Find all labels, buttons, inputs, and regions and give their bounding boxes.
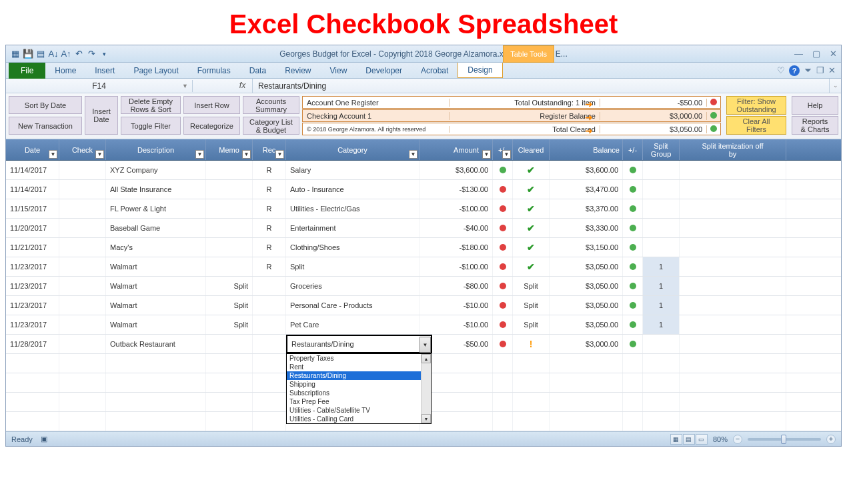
col-rec[interactable]: Rec▼ <box>253 139 286 160</box>
calc-icon[interactable]: ▤ <box>35 49 46 59</box>
cell-description[interactable]: Walmart <box>106 296 206 315</box>
cell-split-item[interactable] <box>680 219 786 237</box>
cell-amount-dot[interactable] <box>493 335 513 353</box>
cell-amount[interactable]: -$100.00 <box>419 257 493 276</box>
minimize-icon[interactable]: — <box>794 49 803 59</box>
cell-rec[interactable]: R <box>253 238 286 257</box>
filter-dropdown-icon[interactable]: ▼ <box>409 150 417 159</box>
table-row[interactable]: 11/21/2017Macy'sRClothing/Shoes-$180.00✔… <box>6 238 841 257</box>
cell-cleared[interactable]: ✔ <box>513 238 550 257</box>
cell-date[interactable]: 11/15/2017 <box>6 199 59 218</box>
cell-rec[interactable] <box>253 315 286 334</box>
cell-category[interactable]: Split <box>286 257 419 276</box>
cell-memo[interactable] <box>206 238 253 257</box>
cell-date[interactable]: 11/21/2017 <box>6 238 59 257</box>
tab-insert[interactable]: Insert <box>85 63 124 78</box>
col-split-group[interactable]: Split Group <box>643 139 680 160</box>
cell-memo[interactable]: Split <box>206 296 253 315</box>
cell-split-item[interactable] <box>680 199 786 218</box>
cell-description[interactable]: Outback Restaurant <box>106 335 206 353</box>
cell-description[interactable]: Walmart <box>106 277 206 295</box>
zoom-in-icon[interactable]: + <box>826 435 836 444</box>
reports-charts-button[interactable]: Reports & Charts <box>792 116 838 135</box>
cell-balance[interactable]: $3,600.00 <box>550 161 623 179</box>
cell-check[interactable] <box>59 296 106 315</box>
cell-category[interactable]: Auto - Insurance <box>286 180 419 199</box>
table-row[interactable]: 11/15/2017FL Power & LightRUtilities - E… <box>6 199 841 219</box>
col-pm2[interactable]: +/- <box>623 139 643 160</box>
filter-dropdown-icon[interactable]: ▼ <box>242 150 251 159</box>
new-transaction-button[interactable]: New Transaction <box>9 117 82 135</box>
accounts-summary-button[interactable]: Accounts Summary <box>243 96 299 114</box>
sort-by-date-button[interactable]: Sort By Date <box>9 96 82 114</box>
sort-desc-icon[interactable]: A↑ <box>61 49 71 59</box>
cell-balance[interactable]: $3,050.00 <box>550 315 623 334</box>
cell-amount-dot[interactable] <box>493 315 513 334</box>
cell-split-item[interactable] <box>680 277 786 295</box>
page-break-view-icon[interactable]: ▭ <box>696 434 708 445</box>
ribbon-minimize-icon[interactable]: ⏷ <box>804 65 812 75</box>
tab-review[interactable]: Review <box>275 63 320 78</box>
table-tools-tab[interactable]: Table Tools <box>503 45 554 63</box>
tab-view[interactable]: View <box>321 63 357 78</box>
col-date[interactable]: Date▼ <box>6 139 59 160</box>
close-icon[interactable]: ✕ <box>830 49 837 59</box>
sort-asc-icon[interactable]: A↓ <box>48 49 59 59</box>
col-memo[interactable]: Memo▼ <box>206 139 253 160</box>
namebox-dropdown-icon[interactable]: ▼ <box>182 83 188 89</box>
cell-rec[interactable]: R <box>253 199 286 218</box>
name-box[interactable]: F14 ▼ <box>6 80 193 92</box>
cell-memo[interactable] <box>206 180 253 199</box>
cell-rec[interactable]: R <box>253 180 286 199</box>
cell-check[interactable] <box>59 219 106 237</box>
cell-split-item[interactable] <box>680 161 786 179</box>
cell-dropdown-icon[interactable]: ▼ <box>419 337 431 353</box>
cell-cleared[interactable]: ✔ <box>513 257 550 276</box>
col-description[interactable]: Description▼ <box>106 139 206 160</box>
cell-amount[interactable]: -$130.00 <box>419 180 493 199</box>
qat-more-icon[interactable]: ▾ <box>99 49 109 59</box>
cell-check[interactable] <box>59 277 106 295</box>
recategorize-button[interactable]: Recategorize <box>183 117 240 135</box>
formula-bar-input[interactable]: Restaurants/Dining <box>253 80 829 92</box>
table-row[interactable]: 11/28/2017Outback RestaurantRestaurants/… <box>6 335 841 354</box>
cell-amount[interactable]: -$10.00 <box>419 315 493 334</box>
cell-amount[interactable]: $3,600.00 <box>419 161 493 179</box>
cell-memo[interactable] <box>206 219 253 237</box>
cell-balance-dot[interactable] <box>623 296 643 315</box>
cell-split-group[interactable] <box>643 238 680 257</box>
cell-amount-dot[interactable] <box>493 277 513 295</box>
save-icon[interactable]: 💾 <box>23 49 33 59</box>
cell-split-group[interactable] <box>643 180 680 199</box>
cell-category[interactable]: Entertainment <box>286 219 419 237</box>
cell-balance-dot[interactable] <box>623 161 643 179</box>
zoom-percent[interactable]: 80% <box>713 435 728 443</box>
filter-dropdown-icon[interactable]: ▼ <box>49 150 57 159</box>
table-row[interactable]: 11/23/2017WalmartSplitPet Care-$10.00Spl… <box>6 315 841 335</box>
cell-split-group[interactable]: 1 <box>643 296 680 315</box>
cell-check[interactable] <box>59 238 106 257</box>
table-row[interactable]: 11/23/2017WalmartRSplit-$100.00✔$3,050.0… <box>6 257 841 277</box>
page-layout-view-icon[interactable]: ▤ <box>683 434 695 445</box>
cell-amount[interactable]: -$40.00 <box>419 219 493 237</box>
cell-balance-dot[interactable] <box>623 277 643 295</box>
zoom-slider[interactable] <box>748 438 821 441</box>
help-icon[interactable]: ? <box>789 65 800 76</box>
insert-row-button[interactable]: Insert Row <box>183 96 240 114</box>
cell-rec[interactable]: R <box>253 161 286 179</box>
table-row[interactable]: 11/14/2017All State InsuranceRAuto - Ins… <box>6 180 841 199</box>
cell-date[interactable]: 11/23/2017 <box>6 315 59 334</box>
cell-cleared[interactable]: ✔ <box>513 199 550 218</box>
cell-cleared[interactable]: Split <box>513 296 550 315</box>
cell-check[interactable] <box>59 315 106 334</box>
cell-category[interactable]: Personal Care - Products <box>286 296 419 315</box>
heart-icon[interactable]: ♡ <box>777 65 785 75</box>
cell-amount[interactable]: -$180.00 <box>419 238 493 257</box>
cell-split-group[interactable]: 1 <box>643 277 680 295</box>
cell-balance-dot[interactable] <box>623 238 643 257</box>
normal-view-icon[interactable]: ▦ <box>670 434 682 445</box>
cell-split-item[interactable] <box>680 296 786 315</box>
cell-category[interactable]: Clothing/Shoes <box>286 238 419 257</box>
cell-balance[interactable]: $3,050.00 <box>550 296 623 315</box>
col-pm1[interactable]: +/-▼ <box>493 139 513 160</box>
